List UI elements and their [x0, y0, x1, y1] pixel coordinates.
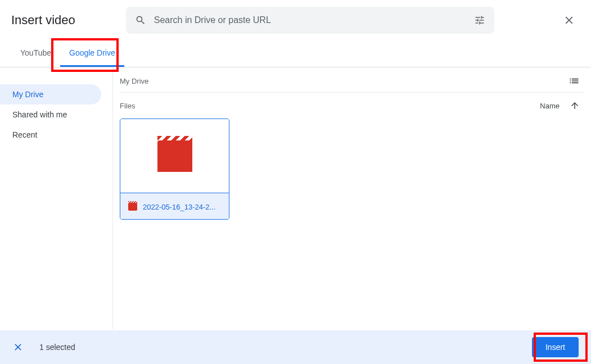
- main-panel: My Drive Files Name 2022-05-16_13-: [112, 67, 591, 329]
- file-preview: [120, 119, 229, 193]
- footer-bar: 1 selected Insert: [0, 330, 591, 364]
- breadcrumb-row: My Drive: [120, 67, 584, 93]
- search-bar[interactable]: [126, 7, 494, 34]
- tune-icon[interactable]: [474, 15, 485, 26]
- files-header: Files Name: [120, 93, 584, 116]
- dialog-header: Insert video: [0, 0, 591, 40]
- file-name: 2022-05-16_13-24-2...: [143, 203, 215, 211]
- video-icon: [157, 140, 192, 172]
- dialog-title: Insert video: [11, 13, 75, 28]
- sidebar: My Drive Shared with me Recent: [0, 67, 112, 329]
- files-grid: 2022-05-16_13-24-2...: [120, 116, 584, 220]
- tab-youtube[interactable]: YouTube: [11, 40, 60, 67]
- sidebar-item-shared[interactable]: Shared with me: [0, 104, 101, 125]
- arrow-up-icon: [570, 101, 580, 111]
- close-icon[interactable]: [558, 10, 580, 31]
- sort-controls[interactable]: Name: [540, 101, 580, 111]
- deselect-icon[interactable]: [12, 342, 24, 353]
- list-view-icon[interactable]: [569, 75, 580, 87]
- sidebar-item-recent[interactable]: Recent: [0, 125, 101, 145]
- file-item[interactable]: 2022-05-16_13-24-2...: [120, 119, 229, 220]
- search-input[interactable]: [154, 15, 474, 25]
- selection-count: 1 selected: [39, 343, 75, 352]
- breadcrumb: My Drive: [120, 77, 148, 85]
- sort-label: Name: [540, 102, 560, 110]
- video-icon: [128, 203, 137, 211]
- tab-google-drive[interactable]: Google Drive: [60, 40, 124, 67]
- insert-button[interactable]: Insert: [532, 337, 579, 357]
- search-icon: [135, 15, 146, 26]
- tabs: YouTube Google Drive: [0, 40, 591, 67]
- file-footer: 2022-05-16_13-24-2...: [120, 193, 229, 220]
- content-area: My Drive Shared with me Recent My Drive …: [0, 67, 591, 329]
- sidebar-item-my-drive[interactable]: My Drive: [0, 84, 101, 104]
- files-label: Files: [120, 102, 135, 110]
